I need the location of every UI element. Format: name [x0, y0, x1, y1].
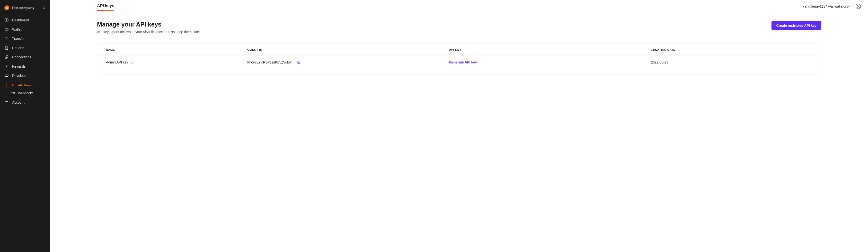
svg-point-10	[858, 5, 859, 6]
svg-rect-12	[298, 62, 300, 63]
svg-rect-4	[5, 37, 8, 40]
subnav-label: API Keys	[18, 84, 32, 87]
create-restricted-key-button[interactable]: Create restricted API key	[772, 21, 821, 30]
svg-rect-5	[5, 74, 8, 76]
svg-point-2	[6, 20, 7, 21]
cell-name: Admin API key	[106, 60, 247, 64]
cell-client: Fnovv8YKR3aSzuKp5ZVobw	[247, 60, 449, 64]
wallet-icon	[4, 27, 9, 32]
topbar: API keys yang.fang+1234@airwallex.com	[50, 0, 868, 11]
info-icon[interactable]	[130, 60, 134, 64]
svg-rect-8	[5, 102, 8, 104]
th-api: API KEY	[449, 48, 651, 51]
subnav-webhooks[interactable]: Webhooks	[0, 89, 50, 97]
chevron-updown-icon	[42, 6, 46, 9]
nav-list: Dashboard Wallet Transfers Reports Conne…	[0, 14, 50, 81]
cell-api-key: Generate API key	[449, 60, 651, 64]
key-name: Admin API key	[106, 60, 128, 64]
nav-label: Reports	[12, 46, 24, 50]
client-id: Fnovv8YKR3aSzuKp5ZVobw	[247, 60, 291, 64]
tab-api-keys[interactable]: API keys	[97, 3, 114, 10]
topbar-right: yang.fang+1234@airwallex.com	[803, 3, 861, 11]
nav-label: Rewards	[12, 64, 26, 68]
avatar-icon[interactable]	[855, 3, 861, 9]
transfers-icon	[4, 36, 9, 41]
nav-label: Dashboard	[12, 18, 29, 22]
generate-api-key-link[interactable]: Generate API key	[449, 60, 477, 64]
th-client: CLIENT ID	[247, 48, 449, 51]
eye-icon	[11, 91, 15, 95]
reports-icon	[4, 46, 9, 50]
svg-rect-0	[6, 7, 8, 8]
nav-transfers[interactable]: Transfers	[0, 34, 50, 43]
dashboard-icon	[4, 18, 9, 22]
nav-label: Wallet	[12, 28, 21, 31]
nav-wallet[interactable]: Wallet	[0, 25, 50, 34]
nav-rewards[interactable]: Rewards	[0, 62, 50, 71]
sidebar: Test company Dashboard Wallet Transfers	[0, 0, 50, 252]
account-icon	[4, 100, 9, 104]
page-title: Manage your API keys	[97, 21, 200, 28]
company-name: Test company	[12, 6, 40, 10]
table-header: NAME CLIENT ID API KEY CREATION DATE	[97, 44, 821, 56]
nav-label: Connections	[12, 55, 31, 59]
copy-icon[interactable]	[297, 60, 301, 64]
developer-subnav: API Keys Webhooks	[0, 81, 50, 97]
cell-date: 2022-08-23	[651, 60, 812, 64]
rewards-icon	[4, 64, 9, 69]
th-name: NAME	[106, 48, 247, 51]
table-row: Admin API key Fnovv8YKR3aSzuKp5ZVobw Gen…	[97, 56, 821, 69]
api-keys-table: NAME CLIENT ID API KEY CREATION DATE Adm…	[97, 43, 821, 74]
connections-icon	[4, 55, 9, 59]
nav-reports[interactable]: Reports	[0, 43, 50, 53]
subnav-api-keys[interactable]: API Keys	[0, 81, 50, 89]
company-logo-icon	[4, 5, 9, 10]
nav-label: Transfers	[12, 37, 27, 41]
page-subtitle: API keys grant access to your Airwallex …	[97, 30, 200, 34]
page-header: Manage your API keys API keys grant acce…	[97, 21, 821, 34]
svg-point-7	[13, 92, 13, 93]
nav-dashboard[interactable]: Dashboard	[0, 15, 50, 25]
key-icon	[11, 83, 15, 87]
developer-icon	[4, 73, 9, 78]
nav-label: Developer	[12, 74, 28, 77]
svg-point-6	[12, 85, 13, 86]
nav-list-bottom: Account	[0, 97, 50, 108]
nav-account[interactable]: Account	[0, 98, 50, 107]
nav-connections[interactable]: Connections	[0, 53, 50, 62]
table-footer	[97, 69, 821, 74]
nav-developer[interactable]: Developer	[0, 71, 50, 80]
page-content: Manage your API keys API keys grant acce…	[50, 11, 868, 84]
company-switcher[interactable]: Test company	[0, 3, 50, 14]
svg-rect-3	[5, 28, 8, 31]
nav-label: Account	[12, 100, 25, 104]
th-date: CREATION DATE	[651, 48, 812, 51]
main-content: API keys yang.fang+1234@airwallex.com Ma…	[50, 0, 868, 252]
user-email: yang.fang+1234@airwallex.com	[803, 4, 851, 8]
subnav-label: Webhooks	[18, 91, 34, 95]
